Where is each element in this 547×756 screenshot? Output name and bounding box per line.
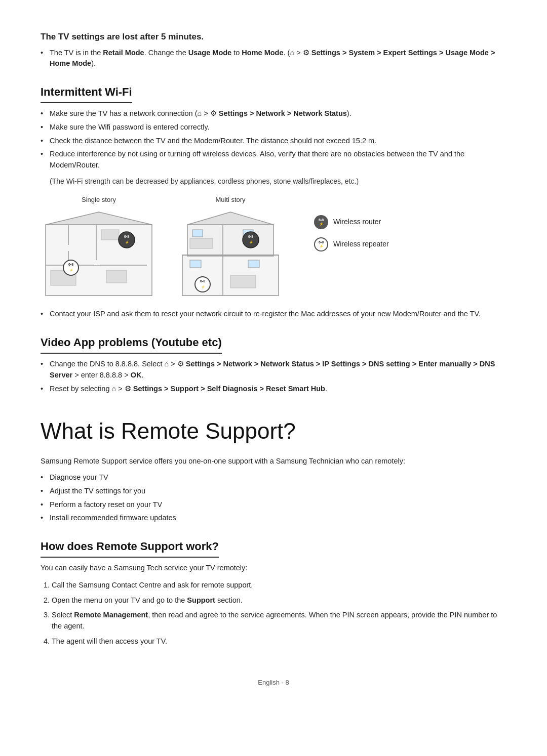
legend-repeater: 6•8⚡ Wireless repeater	[314, 237, 389, 251]
step-4: The agent will then access your TV.	[52, 636, 506, 647]
how-remote-support-steps: Call the Samsung Contact Centre and ask …	[41, 580, 506, 647]
step-2: Open the menu on your TV and go to the S…	[52, 595, 506, 606]
step-1: Call the Samsung Contact Centre and ask …	[52, 580, 506, 591]
svg-rect-5	[94, 260, 100, 265]
wifi-title: Intermittent Wi-Fi	[41, 83, 132, 103]
wifi-note: (The Wi-Fi strength can be decreased by …	[41, 176, 506, 187]
wifi-bullet-1: Make sure the TV has a network connectio…	[41, 108, 506, 119]
tv-settings-bullet-1: The TV is in the Retail Mode. Change the…	[41, 48, 506, 70]
svg-rect-26	[190, 238, 213, 248]
page-footer: English - 8	[41, 673, 506, 688]
svg-rect-7	[101, 230, 119, 240]
svg-text:⚡: ⚡	[249, 240, 253, 244]
svg-rect-22	[192, 230, 203, 237]
wifi-extra-bullets: Contact your ISP and ask them to reset y…	[41, 309, 506, 320]
how-remote-support-title: How does Remote Support work?	[41, 538, 219, 558]
svg-point-10	[119, 232, 135, 248]
multi-story-svg: 6•8 ⚡ 6•8 ⚡	[172, 209, 289, 301]
repeater-label: Wireless repeater	[333, 239, 389, 249]
single-story-label: Single story	[82, 195, 116, 205]
router-icon: 6•8⚡	[314, 215, 328, 229]
wifi-bullets: Make sure the TV has a network connectio…	[41, 108, 506, 171]
tv-settings-lost-section: The TV settings are lost after 5 minutes…	[41, 30, 506, 69]
rs-bullet-4: Install recommended firmware updates	[41, 513, 506, 524]
gear-icon-4: ⚙	[125, 385, 131, 393]
svg-text:⚡: ⚡	[69, 268, 73, 272]
rs-bullet-2: Adjust the TV settings for you	[41, 486, 506, 497]
wifi-extra-bullet: Contact your ISP and ask them to reset y…	[41, 309, 506, 320]
tv-settings-title: The TV settings are lost after 5 minutes…	[41, 30, 506, 44]
home-icon: ⌂	[290, 49, 294, 57]
svg-text:⚡: ⚡	[125, 240, 129, 244]
svg-text:6•8: 6•8	[200, 279, 205, 283]
remote-support-bullets: Diagnose your TV Adjust the TV settings …	[41, 472, 506, 524]
svg-text:⚡: ⚡	[201, 285, 205, 289]
gear-icon-2: ⚙	[210, 109, 217, 117]
svg-text:6•8: 6•8	[124, 235, 129, 238]
intermittent-wifi-section: Intermittent Wi-Fi Make sure the TV has …	[41, 83, 506, 320]
single-story-diagram: Single story 6•8 ⚡	[41, 195, 157, 301]
footer-text: English - 8	[258, 679, 289, 686]
video-app-section: Video App problems (Youtube etc) Change …	[41, 334, 506, 394]
svg-rect-25	[248, 260, 259, 268]
svg-point-28	[243, 232, 259, 248]
gear-icon: ⚙	[303, 49, 309, 57]
wifi-diagram-area: Single story 6•8 ⚡	[41, 195, 506, 301]
svg-rect-6	[66, 245, 71, 251]
svg-text:6•8: 6•8	[248, 235, 253, 238]
home-icon-2: ⌂	[198, 109, 202, 117]
gear-icon-3: ⚙	[177, 360, 184, 368]
video-app-title: Video App problems (Youtube etc)	[41, 334, 222, 354]
step-3: Select Remote Management, then read and …	[52, 610, 506, 632]
svg-rect-24	[190, 260, 201, 268]
legend-router: 6•8⚡ Wireless router	[314, 215, 389, 229]
remote-support-title: What is Remote Support?	[41, 414, 506, 448]
video-app-bullet-2: Reset by selecting ⌂ > ⚙ Settings > Supp…	[41, 384, 506, 395]
home-icon-3: ⌂	[165, 360, 169, 368]
multi-story-label: Multi story	[215, 195, 245, 205]
remote-support-intro: Samsung Remote Support service offers yo…	[41, 456, 506, 467]
wifi-bullet-4: Reduce interference by not using or turn…	[41, 149, 506, 171]
home-icon-4: ⌂	[112, 385, 116, 393]
how-remote-support-section: How does Remote Support work? You can ea…	[41, 538, 506, 647]
svg-marker-1	[46, 212, 152, 225]
rs-bullet-1: Diagnose your TV	[41, 472, 506, 483]
repeater-icon: 6•8⚡	[314, 237, 328, 251]
wifi-bullet-2: Make sure the Wifi password is entered c…	[41, 122, 506, 133]
remote-support-section: What is Remote Support? Samsung Remote S…	[41, 414, 506, 524]
svg-rect-27	[230, 275, 256, 288]
svg-text:6•8: 6•8	[68, 263, 73, 266]
router-label: Wireless router	[333, 217, 381, 227]
svg-marker-18	[187, 212, 274, 225]
svg-rect-9	[106, 270, 127, 283]
multi-story-diagram: Multi story	[172, 195, 289, 301]
diagram-legend: 6•8⚡ Wireless router 6•8⚡ Wireless repea…	[314, 215, 389, 251]
video-app-bullet-1: Change the DNS to 8.8.8.8. Select ⌂ > ⚙ …	[41, 359, 506, 381]
single-story-svg: 6•8 ⚡ 6•8 ⚡	[41, 209, 157, 301]
rs-bullet-3: Perform a factory reset on your TV	[41, 499, 506, 511]
how-remote-support-intro: You can easily have a Samsung Tech servi…	[41, 563, 506, 574]
wifi-bullet-3: Check the distance between the TV and th…	[41, 136, 506, 147]
video-app-bullets: Change the DNS to 8.8.8.8. Select ⌂ > ⚙ …	[41, 359, 506, 394]
tv-settings-bullets: The TV is in the Retail Mode. Change the…	[41, 48, 506, 70]
